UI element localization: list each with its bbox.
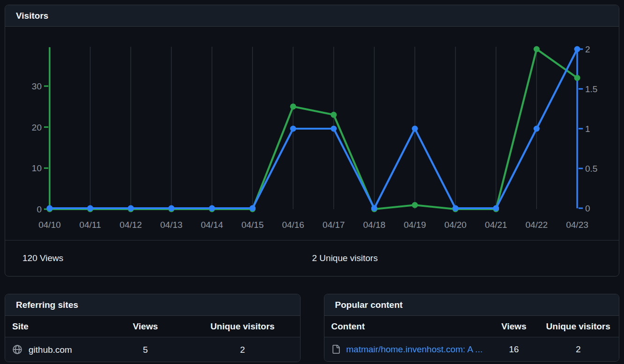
unique-visitors-point [47,205,53,211]
visitors-title: Visitors [16,11,608,21]
file-icon [331,345,340,354]
unique-visitors-point [330,126,337,132]
unique-visitors-point [574,46,580,52]
column-header-unique-visitors: Unique visitors [185,316,300,337]
x-axis-date-label: 04/10 [38,220,61,230]
table-row: matmair/home.invenhost.com: A ... 16 2 [324,337,619,362]
x-axis-date-label: 04/13 [160,220,183,230]
unique-visitors-point [169,205,175,211]
column-header-site: Site [5,316,106,337]
x-axis-date-label: 04/16 [282,220,304,230]
x-axis-date-label: 04/12 [120,220,142,230]
referring-sites-header-row: Site Views Unique visitors [5,316,300,337]
visitors-card: Visitors 010203000.511.5204/1004/1104/12… [5,5,619,277]
x-axis-date-label: 04/22 [526,220,548,230]
x-axis-date-label: 04/11 [80,220,101,230]
x-axis-date-label: 04/23 [566,220,588,230]
column-header-content: Content [324,316,490,337]
referring-sites-table: Site Views Unique visitors [5,316,300,362]
unique-visitors-point [534,126,540,132]
views-point [574,75,580,81]
unique-visitors-point [290,126,296,132]
left-axis-tick-label: 0 [37,204,42,214]
x-axis-date-label: 04/14 [201,220,223,230]
unique-visitors-line [50,49,577,208]
x-axis-date-label: 04/18 [363,220,386,230]
popular-content-header: Popular content [324,294,619,316]
right-axis-tick-label: 1 [585,124,590,134]
visitors-card-header: Visitors [5,5,619,27]
unique-visitors-point [128,205,134,211]
right-axis-tick-label: 0.5 [585,164,597,174]
views-point [330,112,337,118]
views-point [290,103,296,109]
content-unique-visitors: 2 [537,337,619,362]
content-link[interactable]: matmair/home.invenhost.com: A ... [346,344,483,354]
unique-visitors-point [412,126,418,132]
popular-content-title: Popular content [335,300,609,310]
left-axis-tick-label: 10 [32,163,42,173]
x-axis-date-label: 04/17 [323,220,345,230]
column-header-unique-visitors: Unique visitors [537,316,619,337]
popular-content-table: Content Views Unique visitors [324,316,619,361]
column-header-views: Views [490,316,537,337]
unique-visitors-point [452,205,458,211]
globe-icon [12,344,22,355]
views-point [412,202,418,208]
left-axis-tick-label: 30 [32,81,42,91]
x-axis-date-label: 04/21 [485,220,507,230]
right-axis-tick-label: 0 [585,204,590,213]
unique-visitors-point [371,205,377,211]
popular-content-header-row: Content Views Unique visitors [324,316,619,337]
visitors-traffic-chart: 010203000.511.5204/1004/1104/1204/1304/1… [5,27,619,240]
total-views-stat: 120 Views [22,253,312,263]
right-axis-tick-label: 2 [585,44,590,54]
unique-visitors-point [87,205,93,211]
unique-visitors-point [250,205,256,211]
referring-site-views: 5 [106,337,185,362]
table-row: github.com 5 2 [5,337,300,362]
right-axis-tick-label: 1.5 [585,84,597,94]
traffic-tables-row: Referring sites Site Views Unique visito… [5,294,619,362]
content-views: 16 [490,337,537,362]
left-axis-tick-label: 20 [32,123,42,132]
x-axis-date-label: 04/19 [404,220,426,230]
column-header-views: Views [106,316,185,337]
unique-visitors-point [493,205,499,211]
unique-visitors-point [209,205,215,211]
visitors-summary-bar: 120 Views 2 Unique visitors [5,240,619,276]
total-unique-visitors-stat: 2 Unique visitors [312,253,602,263]
referring-site-unique-visitors: 2 [185,337,300,362]
x-axis-date-label: 04/15 [242,220,264,230]
referring-sites-header: Referring sites [5,294,300,316]
views-point [534,46,540,52]
referring-site-name: github.com [29,345,72,355]
referring-sites-card: Referring sites Site Views Unique visito… [5,294,301,362]
x-axis-date-label: 04/20 [444,220,467,230]
popular-content-card: Popular content Content Views Unique vis… [324,294,620,362]
referring-sites-title: Referring sites [16,300,289,310]
